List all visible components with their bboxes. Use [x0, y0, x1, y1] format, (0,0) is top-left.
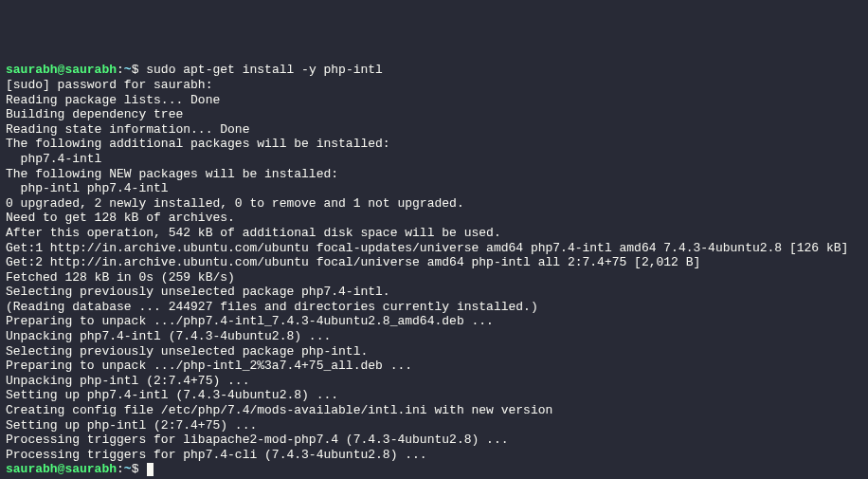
tilde: ~ [124, 63, 132, 77]
output-line: Setting up php-intl (2:7.4+75) ... [6, 418, 862, 433]
output-line: Processing triggers for libapache2-mod-p… [6, 433, 862, 448]
colon: : [117, 63, 124, 77]
output-line: Reading state information... Done [6, 122, 862, 138]
output-line: [sudo] password for saurabh: [6, 78, 862, 93]
output-line: Selecting previously unselected package … [6, 344, 862, 359]
output-line: (Reading database ... 244927 files and d… [6, 300, 862, 315]
cursor-icon[interactable] [147, 463, 154, 476]
command-text: sudo apt-get install -y php-intl [146, 63, 383, 77]
prompt-line-1: saurabh@saurabh:~$ sudo apt-get install … [6, 63, 862, 78]
output-line: Preparing to unpack .../php7.4-intl_7.4.… [6, 314, 862, 329]
output-line: Unpacking php7.4-intl (7.4.3-4ubuntu2.8)… [6, 329, 862, 344]
output-line: Need to get 128 kB of archives. [6, 211, 862, 226]
output-line: Fetched 128 kB in 0s (259 kB/s) [6, 270, 862, 286]
output-line: php-intl php7.4-intl [6, 181, 862, 196]
output-line: The following NEW packages will be insta… [6, 167, 862, 182]
output-line: Get:2 http://in.archive.ubuntu.com/ubunt… [6, 255, 862, 270]
user-host: saurabh@saurabh [6, 63, 117, 77]
output-line: Building dependency tree [6, 107, 862, 122]
output-line: 0 upgraded, 2 newly installed, 0 to remo… [6, 196, 862, 212]
output-line: php7.4-intl [6, 152, 862, 167]
output-line: Creating config file /etc/php/7.4/mods-a… [6, 403, 862, 418]
tilde: ~ [124, 462, 132, 476]
output-line: Setting up php7.4-intl (7.4.3-4ubuntu2.8… [6, 388, 862, 403]
colon: : [117, 462, 124, 476]
output-line: After this operation, 542 kB of addition… [6, 226, 862, 241]
terminal-output[interactable]: saurabh@saurabh:~$ sudo apt-get install … [6, 63, 862, 477]
prompt-line-2[interactable]: saurabh@saurabh:~$ [6, 462, 862, 477]
output-line: Preparing to unpack .../php-intl_2%3a7.4… [6, 359, 862, 374]
output-line: The following additional packages will b… [6, 137, 862, 152]
output-line: Reading package lists... Done [6, 93, 862, 108]
output-line: Selecting previously unselected package … [6, 285, 862, 300]
dollar-sign: $ [132, 63, 147, 77]
output-line: Unpacking php-intl (2:7.4+75) ... [6, 374, 862, 389]
output-line: Processing triggers for php7.4-cli (7.4.… [6, 448, 862, 463]
dollar-sign: $ [132, 462, 147, 476]
output-line: Get:1 http://in.archive.ubuntu.com/ubunt… [6, 241, 862, 256]
user-host: saurabh@saurabh [6, 462, 117, 476]
